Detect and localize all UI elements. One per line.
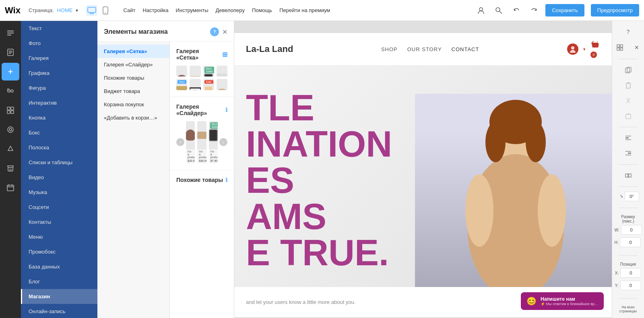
avatar-dropdown-icon[interactable]: ▾ (583, 47, 586, 52)
avatar[interactable] (567, 43, 578, 55)
rp-close-icon[interactable]: ✕ (630, 40, 644, 55)
slider-prev[interactable]: ‹ (176, 138, 184, 146)
grid-item-7[interactable]: I'm a product $8.00 (217, 79, 227, 90)
svg-rect-15 (9, 53, 11, 54)
panel-item-box[interactable]: Бокс (21, 125, 97, 140)
panel-item-promo[interactable]: Промобокс (21, 244, 97, 259)
sidebar-item-add[interactable] (2, 63, 19, 81)
shop-panel: Элементы магазина ? ✕ Галерея «Сетка» Га… (97, 21, 234, 318)
sidebar-item-vector[interactable] (2, 140, 19, 158)
panel-item-text[interactable]: Текст (21, 21, 97, 36)
grid-item-4[interactable]: New I'm a product $60.00 (176, 79, 187, 90)
cart-icon[interactable]: 0 (590, 40, 600, 58)
panel-item-button[interactable]: Кнопка (21, 110, 97, 125)
grid-item-0[interactable]: I'm a product $20.00 (176, 66, 187, 76)
rp-pos-label: Позиция (615, 262, 641, 266)
submenu-item-slider[interactable]: Галерея «Слайдер» (97, 58, 169, 71)
sidebar-item-calendar[interactable] (2, 179, 19, 196)
slider-price-0: $20.00 (186, 159, 195, 163)
svg-rect-62 (625, 174, 629, 177)
rp-x-input[interactable] (620, 268, 641, 278)
search-icon[interactable] (492, 4, 505, 17)
nav-shop[interactable]: SHOP (381, 46, 398, 52)
panel-item-gallery[interactable]: Галерея (21, 51, 97, 66)
redo-icon[interactable] (528, 4, 541, 17)
rp-grid-icon[interactable] (613, 40, 627, 55)
nav-our-story[interactable]: OUR STORY (407, 46, 442, 52)
rp-align-right-icon[interactable] (621, 147, 636, 160)
panel-item-strip[interactable]: Полоска (21, 140, 97, 155)
rp-question-icon[interactable]: ? (621, 25, 636, 39)
close-button[interactable]: ✕ (222, 28, 227, 36)
slider-items: I'm a product $20.00 I'm a product $30.0… (186, 121, 218, 163)
shop-submenu: Галерея «Сетка» Галерея «Слайдер» Похожи… (97, 41, 170, 318)
nav-premium[interactable]: Перейти на премиум (279, 7, 330, 13)
page-dropdown-chevron[interactable]: ▾ (76, 8, 78, 13)
nav-site[interactable]: Сайт (123, 7, 135, 13)
sidebar-item-blog[interactable] (2, 82, 19, 100)
chat-widget[interactable]: 😊 Напишите нам ⚡ Мы ответим в ближайшее … (521, 292, 604, 310)
top-nav: Wix Страница: HOME ▾ Сайт Настройка Инст… (0, 0, 644, 21)
grid-item-6[interactable]: Sale I'm a product $88.00 (203, 79, 214, 90)
panel-item-interactive[interactable]: Интерактив (21, 95, 97, 110)
panel-item-shape[interactable]: Фигура (21, 81, 97, 95)
rp-rotate-input[interactable] (625, 192, 639, 201)
nav-contact[interactable]: CONTACT (452, 46, 479, 52)
submenu-item-cart[interactable]: Корзина покупок (97, 98, 169, 111)
submenu-item-related[interactable]: Похожие товары (97, 71, 169, 85)
rp-align-left-icon[interactable] (621, 131, 636, 145)
panel-item-menu[interactable]: Меню (21, 229, 97, 244)
rp-copy-icon[interactable] (621, 63, 636, 77)
sidebar-item-pages[interactable] (2, 43, 19, 61)
help-button[interactable]: ? (210, 27, 219, 36)
panel-item-lists[interactable]: Списки и таблицы (21, 155, 97, 170)
sidebar-item-store[interactable] (2, 159, 19, 177)
rp-h-input[interactable] (620, 237, 641, 247)
panel-item-graphics[interactable]: Графика (21, 66, 97, 81)
nav-tools[interactable]: Инструменты (175, 7, 208, 13)
panel-item-social[interactable]: Соцсети (21, 200, 97, 215)
slider-item-2[interactable]: Best Seller I'm a product $7.90 (209, 121, 218, 163)
page-name[interactable]: HOME (57, 7, 72, 13)
nav-settings[interactable]: Настройка (142, 7, 168, 13)
nav-developer[interactable]: Девелоперу (216, 7, 245, 13)
desktop-icon[interactable] (86, 5, 97, 16)
sidebar-item-media[interactable] (2, 101, 19, 119)
slider-item-1[interactable]: I'm a product $30.00 (197, 121, 206, 163)
grid-item-1[interactable]: I'm a product $30.00 (190, 66, 200, 76)
slider-info-icon[interactable]: ℹ (225, 107, 227, 113)
mobile-icon[interactable] (100, 5, 111, 16)
panel-item-contacts[interactable]: Контакты (21, 215, 97, 229)
submenu-item-widget[interactable]: Виджет товара (97, 85, 169, 98)
panel-item-music[interactable]: Музыка (21, 185, 97, 200)
panel-item-blog[interactable]: Блог (21, 274, 97, 289)
related-info-icon[interactable]: ℹ (225, 177, 227, 183)
panel-item-booking[interactable]: Онлайн-запись (21, 304, 97, 318)
rp-paste-icon[interactable] (621, 78, 636, 92)
grid-item-5[interactable]: FOR YOUR PROJECT I'm a product $80.75 (190, 79, 200, 90)
account-icon[interactable] (475, 4, 487, 17)
canvas-page: La-La Land SHOP OUR STORY CONTACT ▾ 0 (234, 33, 612, 317)
grid-item-3[interactable]: I'm a product $10.00 (217, 66, 227, 76)
panel-item-video[interactable]: Видео (21, 170, 97, 185)
slider-gallery-section: Галерея «Слайдер» ℹ ‹ I'm a product $20.… (170, 97, 234, 170)
grid-item-2[interactable]: Best Seller I'm a product $7.90 (203, 66, 214, 76)
panel-item-database[interactable]: База данных (21, 259, 97, 274)
slider-next[interactable]: › (219, 138, 227, 146)
sidebar-item-text[interactable] (2, 24, 19, 42)
grid-gallery[interactable]: I'm a product $20.00 I'm a product $30.0… (176, 66, 227, 90)
panel-item-photo[interactable]: Фото (21, 36, 97, 51)
rp-w-input[interactable] (621, 225, 642, 235)
submenu-item-grid[interactable]: Галерея «Сетка» (97, 45, 169, 58)
panel-item-store[interactable]: Магазин (21, 289, 97, 304)
sidebar-item-gallery2[interactable] (2, 121, 19, 138)
nav-help[interactable]: Помощь (252, 7, 272, 13)
icon-sidebar (0, 21, 21, 318)
preview-button[interactable]: Предпросмотр (591, 4, 639, 17)
save-button[interactable]: Сохранить (545, 4, 584, 17)
submenu-item-addtocart[interactable]: «Добавить в корзи…» (97, 111, 169, 124)
rp-y-input[interactable] (620, 281, 641, 290)
slider-item-0[interactable]: I'm a product $20.00 (186, 121, 195, 163)
rp-layer-back-icon[interactable] (621, 169, 636, 182)
undo-icon[interactable] (510, 4, 523, 17)
